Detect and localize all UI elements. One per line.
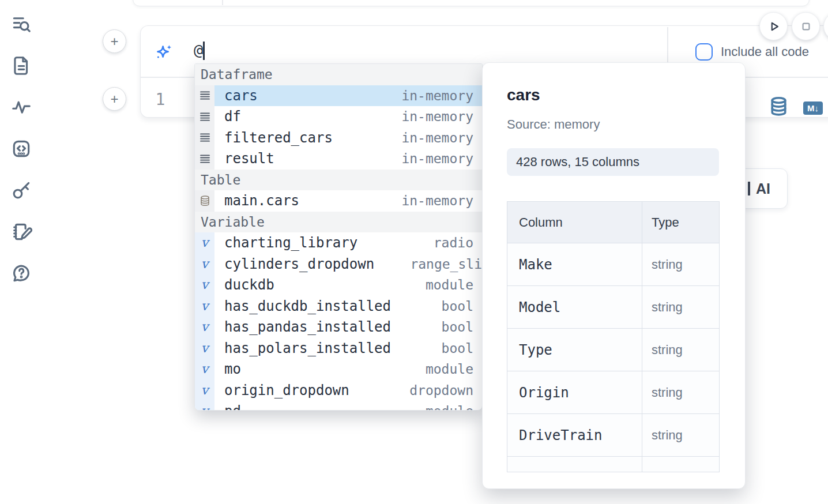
autocomplete-dropdown: Dataframecarsin-memorydfin-memoryfiltere… [194, 63, 483, 411]
autocomplete-item[interactable]: filtered_carsin-memory [195, 127, 482, 149]
cell-actions: M↓ [769, 96, 823, 119]
schema-column-type: string [642, 329, 719, 371]
variable-icon: v [195, 232, 214, 254]
schema-column-name: Model [507, 286, 642, 328]
table-icon [195, 190, 214, 212]
schema-column-type: string [642, 286, 719, 328]
autocomplete-item-type: in-memory [401, 193, 482, 208]
schema-column-name: Origin [507, 371, 642, 413]
schema-table-row: Makestring [507, 243, 719, 286]
autocomplete-item-name: cylinders_dropdown [224, 256, 374, 272]
list-search-icon[interactable] [10, 13, 33, 36]
autocomplete-item[interactable]: main.carsin-memory [195, 190, 482, 212]
schema-table-row: Originstring [507, 371, 719, 414]
ai-prompt-input[interactable]: @ [194, 41, 203, 59]
sidebar [0, 0, 43, 504]
include-all-code-toggle[interactable]: Include all code [695, 43, 809, 61]
schema-column-header: Column [507, 202, 642, 243]
autocomplete-item[interactable]: vhas_polars_installedbool [195, 338, 482, 359]
markdown-export-icon[interactable]: M↓ [803, 101, 823, 115]
help-icon[interactable] [10, 262, 33, 285]
autocomplete-item-type: bool [442, 319, 482, 334]
autocomplete-item-name: has_pandas_installed [224, 319, 391, 335]
autocomplete-item-name: charting_library [224, 235, 357, 251]
variable-icon: v [201, 321, 208, 333]
autocomplete-item-type: dropdown [409, 383, 482, 398]
variable-icon: v [195, 380, 214, 401]
autocomplete-item[interactable]: vhas_duckdb_installedbool [195, 296, 482, 317]
dataframe-preview-panel: cars Source: memory 428 rows, 15 columns… [482, 62, 746, 489]
autocomplete-item-type: module [426, 404, 482, 411]
autocomplete-item[interactable]: vorigin_dropdowndropdown [195, 380, 482, 401]
schema-column-type: string [642, 371, 719, 413]
dataframe-icon [195, 85, 214, 107]
autocomplete-item-type: bool [442, 341, 482, 356]
schema-column-name: Type [507, 329, 642, 371]
clipped-label-fragment [748, 182, 750, 195]
autocomplete-item[interactable]: vmomodule [195, 359, 482, 380]
dataframe-icon [195, 106, 214, 127]
variable-icon: v [201, 405, 208, 411]
schema-table-row: Modelstring [507, 286, 719, 329]
autocomplete-item-name: main.cars [224, 193, 299, 209]
add-cell-button[interactable]: + [103, 29, 126, 53]
add-cell-button[interactable]: + [103, 87, 126, 111]
include-all-code-label: Include all code [721, 44, 809, 59]
autocomplete-item-type: module [426, 362, 482, 377]
variable-icon: v [201, 236, 208, 249]
autocomplete-item-name: origin_dropdown [224, 382, 349, 398]
scratchpad-icon[interactable] [10, 220, 33, 243]
schema-table-row [507, 457, 719, 472]
previous-cell-gutter-divider [222, 0, 223, 5]
autocomplete-section-header: Variable [195, 212, 482, 233]
database-icon[interactable] [769, 96, 788, 119]
run-cell-button[interactable] [759, 12, 788, 40]
autocomplete-item[interactable]: vcylinders_dropdownrange_sli [195, 254, 482, 275]
autocomplete-item-name: duckdb [224, 277, 274, 293]
variable-icon: v [195, 317, 214, 338]
schema-column-type: string [642, 243, 719, 285]
variable-icon: v [195, 296, 214, 317]
schema-column-name: DriveTrain [507, 414, 642, 456]
schema-table-row: DriveTrainstring [507, 414, 719, 457]
autocomplete-item-name: has_duckdb_installed [224, 298, 391, 314]
variable-icon: v [201, 363, 208, 375]
autocomplete-item[interactable]: vduckdbmodule [195, 274, 482, 296]
schema-column-type: string [642, 414, 719, 456]
autocomplete-item-name: pd [224, 403, 241, 411]
stop-button[interactable] [792, 12, 820, 40]
schema-column-header: Type [642, 202, 719, 243]
schema-table-row: Typestring [507, 329, 719, 371]
schema-column-type [642, 457, 719, 472]
dataframe-icon [195, 148, 214, 170]
variable-icon: v [201, 300, 208, 313]
autocomplete-item-type: in-memory [401, 109, 482, 124]
key-icon[interactable] [10, 179, 33, 202]
play-icon [766, 19, 781, 34]
autocomplete-item-name: mo [224, 361, 241, 377]
autocomplete-item[interactable]: resultin-memory [195, 148, 482, 170]
autocomplete-item[interactable]: vpdmodule [195, 401, 482, 411]
document-icon[interactable] [10, 54, 33, 77]
autocomplete-item[interactable]: vcharting_libraryradio [195, 232, 482, 254]
schema-column-name: Make [507, 243, 642, 285]
autocomplete-item[interactable]: dfin-memory [195, 106, 482, 127]
code-snippet-icon[interactable] [10, 137, 33, 160]
schema-table-header-row: ColumnType [507, 202, 719, 243]
autocomplete-item-type: radio [434, 235, 482, 250]
sparkles-icon [154, 43, 174, 62]
autocomplete-item-type: module [426, 277, 482, 292]
preview-shape-badge: 428 rows, 15 columns [507, 148, 719, 176]
dataframe-icon [195, 127, 214, 149]
ai-button-label: AI [756, 180, 770, 197]
autocomplete-item-type: in-memory [401, 130, 482, 145]
autocomplete-section-header: Dataframe [195, 64, 482, 85]
autocomplete-item[interactable]: carsin-memory [195, 85, 482, 107]
variable-icon: v [195, 401, 214, 411]
activity-icon[interactable] [10, 96, 33, 119]
text-caret [203, 42, 205, 60]
autocomplete-item[interactable]: vhas_pandas_installedbool [195, 317, 482, 338]
stop-icon [799, 19, 814, 34]
previous-cell-edge [133, 0, 810, 6]
include-all-code-checkbox[interactable] [695, 43, 713, 61]
